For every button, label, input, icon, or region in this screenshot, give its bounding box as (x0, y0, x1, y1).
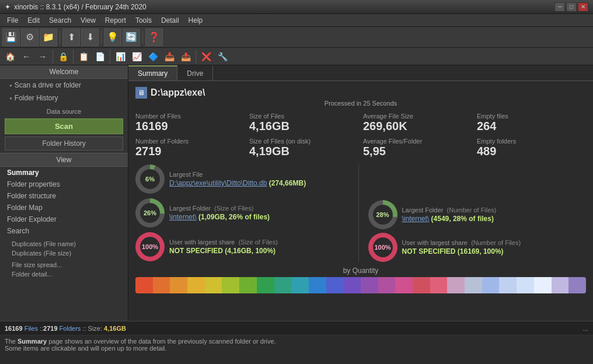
settings-button[interactable]: ⚙ (21, 29, 39, 46)
maximize-button[interactable]: □ (566, 2, 577, 12)
sidebar-view-folder-structure[interactable]: Folder structure (0, 190, 128, 202)
cancel-button[interactable]: ❌ (198, 50, 214, 64)
sep3 (142, 30, 143, 44)
by-quantity-section: by Quantity (135, 267, 586, 293)
titlebar-controls: ─ □ ✕ (554, 2, 588, 12)
back-button[interactable]: ← (19, 50, 34, 64)
quantity-bar-segment[interactable] (499, 277, 517, 293)
largest-folder-size-percent: 26% (140, 203, 160, 223)
quantity-bar-segment[interactable] (465, 277, 482, 293)
quantity-bar-segment[interactable] (395, 277, 413, 293)
sidebar-item-folder-history[interactable]: ● Folder History (0, 92, 128, 104)
quantity-bar-segment[interactable] (291, 277, 309, 293)
largest-folder-size-path[interactable]: \internet\ (169, 213, 197, 221)
view-title: View (0, 153, 128, 167)
sidebar-view-duplicates-name[interactable]: Duplicates (File name) (0, 239, 128, 249)
quantity-bar-segment[interactable] (361, 277, 378, 293)
quantity-bar-segment[interactable] (274, 277, 292, 293)
stat-num-files: Number of Files 16169 (135, 113, 245, 133)
quantity-bar-segment[interactable] (534, 277, 552, 293)
largest-folder-num-path[interactable]: \internet\ (402, 215, 430, 223)
quantity-bar-segment[interactable] (413, 277, 430, 293)
menu-file[interactable]: File (2, 15, 23, 26)
quantity-bar-segment[interactable] (447, 277, 465, 293)
quantity-bar-segment[interactable] (205, 277, 222, 293)
close-button[interactable]: ✕ (578, 2, 588, 12)
menu-view[interactable]: View (76, 15, 100, 26)
document-button[interactable]: 📄 (92, 50, 107, 64)
quantity-bar-segment[interactable] (326, 277, 344, 293)
chart1-button[interactable]: 📊 (113, 50, 128, 64)
toolbar2: 🏠 ← → 🔒 📋 📄 📊 📈 🔷 📥 📤 ❌ 🔧 (0, 48, 593, 65)
quantity-bar-segment[interactable] (568, 277, 586, 293)
user-largest-num-detail: (16169, 100%) (458, 247, 504, 256)
sidebar-view-folder-exploder[interactable]: Folder Exploder (0, 214, 128, 225)
menu-edit[interactable]: Edit (23, 15, 44, 26)
quantity-bar-segment[interactable] (222, 277, 239, 293)
forward-button[interactable]: → (35, 50, 50, 64)
user-largest-num-name: NOT SPECIFIED (402, 247, 456, 256)
minimize-button[interactable]: ─ (554, 2, 565, 12)
quantity-bar-segment[interactable] (170, 277, 187, 293)
quantity-bar-segment[interactable] (187, 277, 205, 293)
help-button[interactable]: ❓ (145, 29, 163, 46)
largest-folder-size-circle: 26% (135, 198, 165, 228)
sidebar-view-folder-detail[interactable]: Folder detail... (0, 270, 128, 279)
diamond-button[interactable]: 🔷 (145, 50, 161, 64)
menu-detail[interactable]: Detail (156, 15, 184, 26)
quantity-bar-segment[interactable] (482, 277, 500, 293)
upload-button[interactable]: ⬆ (62, 29, 80, 46)
sidebar-view-search[interactable]: Search (0, 225, 128, 237)
sidebar-view-folder-map[interactable]: Folder Map (0, 202, 128, 214)
largest-folder-size-title: Largest Folder (Size of Files) (169, 205, 354, 212)
tab-summary[interactable]: Summary (128, 65, 177, 80)
export-button[interactable]: 📤 (178, 50, 193, 64)
scan-button[interactable]: Scan (5, 118, 123, 134)
quantity-bar-segment[interactable] (552, 277, 569, 293)
quantity-bar-segment[interactable] (430, 277, 448, 293)
sidebar-view-duplicates-size[interactable]: Duplicates (File size) (0, 249, 128, 258)
save-button[interactable]: 💾 (2, 29, 20, 46)
refresh-button[interactable]: 🔄 (123, 29, 140, 46)
folder-history-button[interactable]: Folder History (5, 136, 123, 150)
quantity-bar-segment[interactable] (309, 277, 326, 293)
menu-search[interactable]: Search (44, 15, 76, 26)
sidebar-view-file-size[interactable]: File size spread... (0, 260, 128, 270)
quantity-bar-segment[interactable] (343, 277, 361, 293)
quantity-bar-segment[interactable] (257, 277, 274, 293)
user-largest-num-title: User with largest share (Number of Files… (402, 239, 587, 246)
menu-report[interactable]: Report (100, 15, 131, 26)
folder-button[interactable]: 📁 (40, 29, 57, 46)
info-line1: The Summary page shows an overview of th… (5, 338, 588, 345)
download-button[interactable]: ⬇ (81, 29, 99, 46)
quantity-bar-segment[interactable] (378, 277, 396, 293)
sidebar-view-summary[interactable]: Summary (0, 167, 128, 178)
light-button[interactable]: 💡 (104, 29, 121, 46)
import-button[interactable]: 📥 (162, 50, 177, 64)
content-area: Summary Drive 🖥 D:\appz\exe\ Processed i… (128, 65, 593, 321)
home-button[interactable]: 🏠 (2, 50, 18, 64)
quantity-bar-segment[interactable] (517, 277, 534, 293)
largest-file-path[interactable]: D:\appz\exe\utility\Ditto\Ditto.db (169, 179, 267, 187)
quantity-bar-segment[interactable] (239, 277, 257, 293)
tab-drive[interactable]: Drive (177, 65, 213, 80)
quantity-bar-segment[interactable] (135, 277, 153, 293)
tabs: Summary Drive (128, 65, 593, 81)
sep2 (101, 30, 102, 44)
quantity-bar-segment[interactable] (153, 277, 170, 293)
stat-size-files: Size of Files 4,16GB (249, 113, 358, 133)
user-largest-size-chart: 100% User with largest share (Size of Fi… (135, 232, 354, 262)
user-largest-num-percent: 100% (373, 237, 393, 257)
sidebar-item-scan-drive[interactable]: ● Scan a drive or folder (0, 79, 128, 92)
user-largest-size-name: NOT SPECIFIED (169, 247, 223, 255)
app-title: xinorbis :: 8.3.1 (x64) / February 24th … (14, 3, 146, 11)
largest-folder-num-chart: 28% Largest Folder (Number of Files) \in… (368, 200, 587, 229)
tool-button[interactable]: 🔧 (215, 50, 230, 64)
chart2-button[interactable]: 📈 (129, 50, 144, 64)
infobar: The Summary page shows an overview of th… (0, 335, 593, 354)
lock-button[interactable]: 🔒 (55, 50, 71, 64)
menu-help[interactable]: Help (184, 15, 208, 26)
menu-tools[interactable]: Tools (131, 15, 156, 26)
clipboard-button[interactable]: 📋 (76, 50, 91, 64)
sidebar-view-folder-properties[interactable]: Folder properties (0, 178, 128, 190)
